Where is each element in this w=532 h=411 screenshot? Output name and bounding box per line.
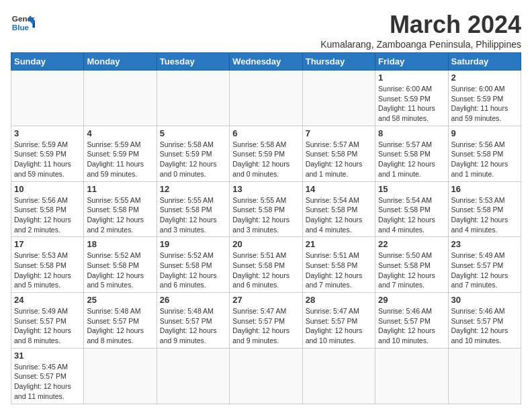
day-info: Sunrise: 5:48 AM Sunset: 5:57 PM Dayligh… bbox=[87, 306, 153, 346]
calendar-cell: 18Sunrise: 5:52 AM Sunset: 5:58 PM Dayli… bbox=[84, 237, 157, 293]
day-number: 12 bbox=[160, 184, 226, 194]
day-number: 29 bbox=[378, 295, 445, 305]
day-info: Sunrise: 5:55 AM Sunset: 5:58 PM Dayligh… bbox=[160, 195, 226, 235]
day-info: Sunrise: 5:49 AM Sunset: 5:57 PM Dayligh… bbox=[451, 250, 518, 290]
day-number: 4 bbox=[87, 128, 153, 138]
calendar-cell bbox=[302, 71, 375, 126]
calendar-cell: 7Sunrise: 5:57 AM Sunset: 5:58 PM Daylig… bbox=[302, 126, 375, 181]
day-number: 24 bbox=[14, 295, 81, 305]
calendar-cell bbox=[84, 348, 157, 404]
calendar-cell bbox=[157, 71, 229, 126]
calendar-cell: 10Sunrise: 5:56 AM Sunset: 5:58 PM Dayli… bbox=[11, 181, 84, 237]
day-info: Sunrise: 5:56 AM Sunset: 5:58 PM Dayligh… bbox=[14, 195, 81, 235]
calendar-cell: 22Sunrise: 5:50 AM Sunset: 5:58 PM Dayli… bbox=[375, 237, 448, 293]
weekday-header-saturday: Saturday bbox=[448, 53, 521, 71]
day-number: 8 bbox=[378, 128, 445, 138]
calendar-week-row: 31Sunrise: 5:45 AM Sunset: 5:57 PM Dayli… bbox=[11, 348, 521, 404]
day-info: Sunrise: 5:55 AM Sunset: 5:58 PM Dayligh… bbox=[87, 195, 153, 235]
weekday-header-friday: Friday bbox=[375, 53, 448, 71]
calendar-cell bbox=[84, 71, 157, 126]
day-number: 28 bbox=[306, 295, 372, 305]
title-area: March 2024 Kumalarang, Zamboanga Peninsu… bbox=[320, 11, 521, 50]
day-info: Sunrise: 5:51 AM Sunset: 5:58 PM Dayligh… bbox=[232, 250, 299, 290]
day-number: 23 bbox=[451, 239, 518, 249]
calendar-cell: 27Sunrise: 5:47 AM Sunset: 5:57 PM Dayli… bbox=[230, 293, 302, 349]
day-info: Sunrise: 5:49 AM Sunset: 5:57 PM Dayligh… bbox=[14, 306, 81, 346]
calendar-cell: 30Sunrise: 5:46 AM Sunset: 5:57 PM Dayli… bbox=[448, 293, 521, 349]
calendar-week-row: 10Sunrise: 5:56 AM Sunset: 5:58 PM Dayli… bbox=[11, 181, 521, 237]
calendar-cell: 26Sunrise: 5:48 AM Sunset: 5:57 PM Dayli… bbox=[157, 293, 229, 349]
day-info: Sunrise: 6:00 AM Sunset: 5:59 PM Dayligh… bbox=[451, 84, 518, 124]
calendar-cell: 14Sunrise: 5:54 AM Sunset: 5:58 PM Dayli… bbox=[302, 181, 375, 237]
calendar-cell: 20Sunrise: 5:51 AM Sunset: 5:58 PM Dayli… bbox=[230, 237, 302, 293]
day-number: 14 bbox=[306, 184, 372, 194]
day-info: Sunrise: 5:53 AM Sunset: 5:58 PM Dayligh… bbox=[451, 195, 518, 235]
day-info: Sunrise: 5:52 AM Sunset: 5:58 PM Dayligh… bbox=[87, 250, 153, 290]
day-number: 22 bbox=[378, 239, 445, 249]
calendar-cell: 15Sunrise: 5:54 AM Sunset: 5:58 PM Dayli… bbox=[375, 181, 448, 237]
calendar-subtitle: Kumalarang, Zamboanga Peninsula, Philipp… bbox=[320, 39, 521, 50]
calendar-cell: 19Sunrise: 5:52 AM Sunset: 5:58 PM Dayli… bbox=[157, 237, 229, 293]
weekday-header-wednesday: Wednesday bbox=[230, 53, 302, 71]
day-info: Sunrise: 5:57 AM Sunset: 5:58 PM Dayligh… bbox=[378, 140, 445, 179]
day-number: 31 bbox=[14, 351, 81, 361]
day-number: 15 bbox=[378, 184, 445, 194]
day-info: Sunrise: 5:53 AM Sunset: 5:58 PM Dayligh… bbox=[14, 250, 81, 290]
calendar-cell: 9Sunrise: 5:56 AM Sunset: 5:58 PM Daylig… bbox=[448, 126, 521, 181]
calendar-cell: 12Sunrise: 5:55 AM Sunset: 5:58 PM Dayli… bbox=[157, 181, 229, 237]
day-info: Sunrise: 5:59 AM Sunset: 5:59 PM Dayligh… bbox=[87, 140, 153, 179]
day-number: 18 bbox=[87, 239, 153, 249]
day-info: Sunrise: 5:55 AM Sunset: 5:58 PM Dayligh… bbox=[232, 195, 299, 235]
logo: General Blue bbox=[11, 11, 35, 35]
day-info: Sunrise: 5:51 AM Sunset: 5:58 PM Dayligh… bbox=[306, 250, 372, 290]
day-info: Sunrise: 5:50 AM Sunset: 5:58 PM Dayligh… bbox=[378, 250, 445, 290]
weekday-header-row: SundayMondayTuesdayWednesdayThursdayFrid… bbox=[11, 53, 521, 71]
day-number: 6 bbox=[232, 128, 299, 138]
day-number: 13 bbox=[232, 184, 299, 194]
day-number: 20 bbox=[232, 239, 299, 249]
calendar-cell: 28Sunrise: 5:47 AM Sunset: 5:57 PM Dayli… bbox=[302, 293, 375, 349]
day-info: Sunrise: 5:47 AM Sunset: 5:57 PM Dayligh… bbox=[306, 306, 372, 346]
calendar-cell: 24Sunrise: 5:49 AM Sunset: 5:57 PM Dayli… bbox=[11, 293, 84, 349]
day-number: 30 bbox=[451, 295, 518, 305]
day-info: Sunrise: 5:59 AM Sunset: 5:59 PM Dayligh… bbox=[14, 140, 81, 179]
calendar-cell bbox=[11, 71, 84, 126]
calendar-cell: 31Sunrise: 5:45 AM Sunset: 5:57 PM Dayli… bbox=[11, 348, 84, 404]
day-number: 27 bbox=[232, 295, 299, 305]
calendar-cell: 25Sunrise: 5:48 AM Sunset: 5:57 PM Dayli… bbox=[84, 293, 157, 349]
calendar-cell: 23Sunrise: 5:49 AM Sunset: 5:57 PM Dayli… bbox=[448, 237, 521, 293]
day-info: Sunrise: 5:56 AM Sunset: 5:58 PM Dayligh… bbox=[451, 140, 518, 179]
day-info: Sunrise: 5:54 AM Sunset: 5:58 PM Dayligh… bbox=[378, 195, 445, 235]
calendar-title: March 2024 bbox=[320, 11, 521, 39]
day-info: Sunrise: 5:46 AM Sunset: 5:57 PM Dayligh… bbox=[378, 306, 445, 346]
calendar-cell bbox=[157, 348, 229, 404]
day-info: Sunrise: 6:00 AM Sunset: 5:59 PM Dayligh… bbox=[378, 84, 445, 124]
day-number: 19 bbox=[160, 239, 226, 249]
day-number: 9 bbox=[451, 128, 518, 138]
day-number: 10 bbox=[14, 184, 81, 194]
day-number: 2 bbox=[451, 73, 518, 83]
calendar-cell: 4Sunrise: 5:59 AM Sunset: 5:59 PM Daylig… bbox=[84, 126, 157, 181]
day-info: Sunrise: 5:48 AM Sunset: 5:57 PM Dayligh… bbox=[160, 306, 226, 346]
calendar-cell: 5Sunrise: 5:58 AM Sunset: 5:59 PM Daylig… bbox=[157, 126, 229, 181]
weekday-header-tuesday: Tuesday bbox=[157, 53, 229, 71]
svg-text:Blue: Blue bbox=[12, 23, 30, 32]
calendar-cell: 21Sunrise: 5:51 AM Sunset: 5:58 PM Dayli… bbox=[302, 237, 375, 293]
day-number: 1 bbox=[378, 73, 445, 83]
calendar-cell bbox=[230, 348, 302, 404]
day-number: 17 bbox=[14, 239, 81, 249]
calendar-cell bbox=[302, 348, 375, 404]
day-number: 11 bbox=[87, 184, 153, 194]
weekday-header-monday: Monday bbox=[84, 53, 157, 71]
weekday-header-thursday: Thursday bbox=[302, 53, 375, 71]
calendar-cell: 2Sunrise: 6:00 AM Sunset: 5:59 PM Daylig… bbox=[448, 71, 521, 126]
day-info: Sunrise: 5:58 AM Sunset: 5:59 PM Dayligh… bbox=[160, 140, 226, 179]
calendar-table: SundayMondayTuesdayWednesdayThursdayFrid… bbox=[11, 52, 521, 404]
calendar-cell bbox=[375, 348, 448, 404]
calendar-cell: 29Sunrise: 5:46 AM Sunset: 5:57 PM Dayli… bbox=[375, 293, 448, 349]
calendar-cell: 11Sunrise: 5:55 AM Sunset: 5:58 PM Dayli… bbox=[84, 181, 157, 237]
day-info: Sunrise: 5:46 AM Sunset: 5:57 PM Dayligh… bbox=[451, 306, 518, 346]
calendar-cell: 8Sunrise: 5:57 AM Sunset: 5:58 PM Daylig… bbox=[375, 126, 448, 181]
day-number: 21 bbox=[306, 239, 372, 249]
calendar-cell bbox=[230, 71, 302, 126]
